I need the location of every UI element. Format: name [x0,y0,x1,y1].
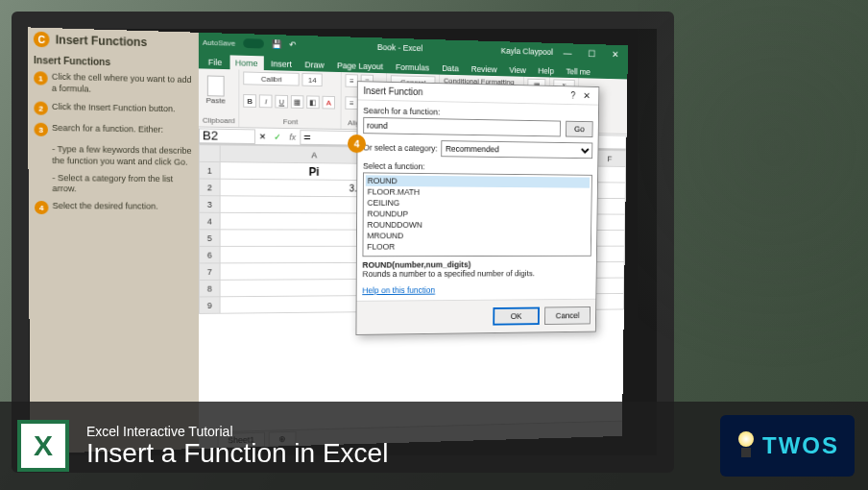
cancel-edit-icon[interactable]: ✕ [255,132,271,141]
tutorial-sub-a: - Type a few keywords that describe the … [52,144,193,168]
underline-button[interactable]: U [276,95,289,109]
tab-home[interactable]: Home [229,55,263,70]
save-icon[interactable]: 💾 [271,39,281,49]
excel-logo-icon [17,420,69,472]
select-function-label: Select a function: [363,161,592,173]
dialog-close-button[interactable]: ✕ [580,90,593,101]
tab-view[interactable]: View [504,62,532,77]
border-button[interactable]: ▦ [291,95,304,109]
name-box[interactable] [199,128,255,144]
help-link[interactable]: Help on this function [362,285,435,295]
tutorial-step-2: 2Click the Insert Function button. [34,102,193,118]
tab-insert[interactable]: Insert [265,56,298,71]
maximize-button[interactable]: ☐ [582,45,601,61]
list-item[interactable]: ROUNDUP [366,208,590,220]
font-color-button[interactable]: A [323,96,335,110]
insert-function-dialog: Insert Function ? ✕ Search for a functio… [355,81,599,335]
row-header-2[interactable]: 2 [199,179,220,196]
step-number-4: 4 [35,201,49,214]
user-name[interactable]: Kayla Claypool [501,46,553,57]
logo-text: TWOS [762,432,839,459]
autosave-toggle[interactable] [243,38,264,48]
undo-icon[interactable]: ↶ [289,39,297,49]
tutorial-header: C Insert Functions [34,28,193,56]
tutorial-header-title: Insert Functions [56,33,147,49]
ok-button[interactable]: OK [493,307,540,326]
tab-draw[interactable]: Draw [300,57,330,71]
paste-button[interactable]: Paste [203,70,229,109]
autosave-label: AutoSave [203,37,235,47]
confirm-edit-icon[interactable]: ✓ [270,132,285,141]
doc-title: Book - Excel [297,40,501,56]
minimize-button[interactable]: ― [558,44,577,61]
font-name-dropdown[interactable]: Calibri [244,71,300,86]
close-button[interactable]: ✕ [606,45,625,61]
row-header-1[interactable]: 1 [199,161,220,179]
overlay-title: Insert a Function in Excel [86,439,388,469]
list-item[interactable]: ROUNDDOWN [365,219,589,231]
row-header-6[interactable]: 6 [199,246,220,263]
row-header-9[interactable]: 9 [199,297,220,314]
clipboard-icon [207,75,225,96]
tutorial-step-3: 3Search for a function. Either: [34,123,193,139]
function-listbox[interactable]: ROUND FLOOR.MATH CEILING ROUNDUP ROUNDDO… [362,172,591,257]
category-select[interactable]: Recommended [441,140,592,159]
search-input[interactable] [363,117,561,137]
tutorial-step-4: 4Select the desired function. [35,201,193,215]
step-number-2: 2 [34,102,48,115]
category-label: Or select a category: [363,143,438,154]
tutorial-title: Insert Functions [34,55,193,69]
tab-tell-me[interactable]: Tell me [561,64,595,79]
go-button[interactable]: Go [566,121,593,137]
function-signature: ROUND(number,num_digits) [362,260,470,270]
list-item[interactable]: MROUND [365,231,589,241]
step-number-1: 1 [34,71,48,85]
select-all-corner[interactable] [199,145,220,162]
tab-formulas[interactable]: Formulas [390,60,434,75]
clipboard-group-label: Clipboard [203,116,235,125]
list-item[interactable]: FLOOR [365,241,589,252]
step4-callout-badge: 4 [348,135,366,153]
row-header-5[interactable]: 5 [199,230,220,247]
tab-review[interactable]: Review [466,61,502,76]
excel-window: AutoSave 💾 ↶ Book - Excel Kayla Claypool… [199,33,628,449]
row-header-7[interactable]: 7 [199,263,220,281]
fill-color-button[interactable]: ◧ [306,95,319,109]
bold-button[interactable]: B [243,94,256,108]
tab-data[interactable]: Data [437,61,465,75]
dialog-help-icon[interactable]: ? [567,90,580,101]
cancel-button[interactable]: Cancel [544,306,591,325]
dialog-title: Insert Function [363,86,422,97]
row-header-3[interactable]: 3 [199,196,220,213]
twos-logo: TWOS [720,415,855,477]
overlay-subtitle: Excel Interactive Tutorial [86,424,388,439]
tab-help[interactable]: Help [533,63,560,78]
tab-page-layout[interactable]: Page Layout [331,58,388,73]
function-description: Rounds a number to a specified number of… [362,269,535,279]
row-header-4[interactable]: 4 [199,212,220,230]
tab-file[interactable]: File [203,55,228,69]
italic-button[interactable]: I [259,94,273,108]
tutorial-sub-b: - Select a category from the list arrow. [52,173,193,196]
font-group-label: Font [243,117,337,127]
tutorial-badge-icon: C [34,32,50,48]
tutorial-step-1: 1Click the cell where you want to add a … [34,71,193,97]
insert-function-icon[interactable]: fx [285,132,300,141]
font-size-dropdown[interactable]: 14 [302,73,323,86]
row-header-8[interactable]: 8 [199,280,220,297]
step-number-3: 3 [34,123,48,136]
tutorial-panel: C Insert Functions Insert Functions 1Cli… [28,27,199,453]
lightbulb-icon [735,431,757,460]
